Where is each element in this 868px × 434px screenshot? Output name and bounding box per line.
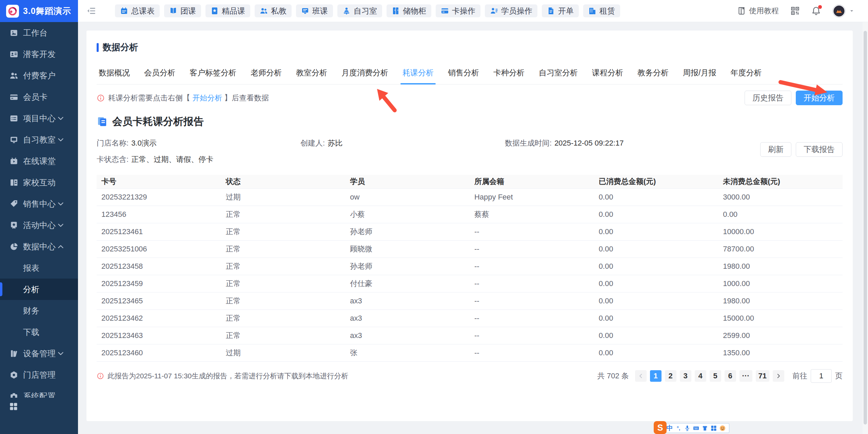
table-row: 2025123465正常ax3--0.001980.00 (97, 293, 843, 310)
sidebar: 3.0舞蹈演示 工作台潜客开发付费客户会员卡项目中心自习教室在线课堂家校互动销售… (0, 0, 78, 434)
refresh-button[interactable]: 刷新 (760, 142, 791, 157)
cell-consumed-total: 0.00 (594, 275, 718, 293)
tab-customer-tags[interactable]: 客户标签分析 (188, 68, 238, 84)
sidebar-item-projects[interactable]: 项目中心 (0, 108, 78, 129)
analysis-tabs: 数据概况会员分析客户标签分析老师分析教室分析月度消费分析耗课分析销售分析卡种分析… (97, 68, 843, 84)
sidebar-item-study-classroom[interactable]: 自习教室 (0, 129, 78, 150)
sidebar-item-member-card[interactable]: 会员卡 (0, 86, 78, 108)
sogou-logo[interactable]: S (654, 421, 667, 434)
nav-locker[interactable]: 储物柜 (387, 4, 431, 17)
page-2[interactable]: 2 (665, 370, 676, 382)
tab-study-room-analysis[interactable]: 自习室分析 (537, 68, 580, 84)
tab-teacher-analysis[interactable]: 老师分析 (249, 68, 284, 84)
nav-card-ops[interactable]: 卡操作 (436, 4, 480, 17)
table-row: 123456正常小蔡蔡蔡0.000.00 (97, 206, 843, 223)
nav-private-coach[interactable]: 私教 (255, 4, 292, 17)
tab-course-analysis[interactable]: 课程分析 (590, 68, 625, 84)
col-membership: 所属会籍 (470, 175, 594, 189)
prev-page-button[interactable] (635, 370, 647, 382)
sidebar-subitem-finance[interactable]: 财务 (0, 300, 78, 321)
sidebar-item-data-center[interactable]: 数据中心 (0, 236, 78, 257)
sidebar-subitem-downloads[interactable]: 下载 (0, 321, 78, 343)
sidebar-item-label: 销售中心 (23, 199, 56, 209)
tab-annual-analysis[interactable]: 年度分析 (728, 68, 764, 84)
goto-page-input[interactable] (811, 369, 832, 383)
sidebar-item-label: 活动中心 (23, 220, 56, 231)
sidebar-item-leads[interactable]: 潜客开发 (0, 43, 78, 65)
cell-student: 顾晓微 (345, 241, 470, 258)
page-1[interactable]: 1 (650, 370, 662, 382)
sidebar-item-online-class[interactable]: 在线课堂 (0, 150, 78, 172)
sidebar-item-activities[interactable]: 活动中心 (0, 214, 78, 236)
ime-mode-toggle[interactable]: 中 (666, 425, 673, 432)
apps-grid-icon[interactable] (9, 402, 18, 411)
next-page-button[interactable] (773, 370, 784, 382)
meta-creator: 创建人:苏比 (300, 138, 342, 148)
nav-premium-course[interactable]: 精品课 (205, 4, 250, 17)
cell-unconsumed-total: 1000.00 (718, 275, 843, 293)
tab-member-analysis[interactable]: 会员分析 (142, 68, 177, 84)
ime-punctuation-toggle[interactable]: °, (675, 425, 682, 432)
cell-student: 孙老师 (345, 223, 470, 241)
page-6[interactable]: 6 (725, 370, 736, 382)
tab-sales-analysis[interactable]: 销售分析 (446, 68, 481, 84)
ime-toolbox-icon[interactable] (710, 425, 717, 432)
sidebar-item-store[interactable]: 门店管理 (0, 364, 78, 385)
ime-skin-icon[interactable] (702, 425, 708, 432)
ime-keyboard-icon[interactable] (693, 425, 699, 432)
cell-card-no: 123456 (97, 206, 221, 223)
alert-start-link[interactable]: 开始分析 (192, 94, 222, 102)
cell-consumed-total: 0.00 (594, 206, 718, 223)
page-3[interactable]: 3 (680, 370, 691, 382)
nav-class-course[interactable]: 班课 (296, 4, 333, 17)
download-report-button[interactable]: 下载报告 (796, 142, 843, 157)
notifications-button[interactable] (811, 6, 821, 16)
cell-status: 正常 (221, 206, 346, 223)
history-report-button[interactable]: 历史报告 (745, 91, 791, 105)
tab-classroom-analysis[interactable]: 教室分析 (294, 68, 329, 84)
activities-icon (9, 221, 18, 230)
caret-down-icon[interactable] (848, 7, 855, 14)
nav-label: 卡操作 (452, 6, 475, 16)
sidebar-item-sales[interactable]: 销售中心 (0, 193, 78, 214)
sidebar-item-family-school[interactable]: 家校互动 (0, 172, 78, 193)
tab-overview[interactable]: 数据概况 (97, 68, 132, 84)
tab-card-type-analysis[interactable]: 卡种分析 (491, 68, 527, 84)
sidebar-item-customers[interactable]: 付费客户 (0, 65, 78, 86)
start-analysis-button[interactable]: 开始分析 (796, 91, 843, 105)
page-5[interactable]: 5 (710, 370, 721, 382)
tab-course-consumption[interactable]: 耗课分析 (400, 68, 436, 84)
nav-group-course[interactable]: 团课 (164, 4, 201, 17)
page-4[interactable]: 4 (695, 370, 706, 382)
sidebar-subitem-reports[interactable]: 报表 (0, 257, 78, 279)
svg-text:S: S (657, 423, 663, 432)
sidebar-item-devices[interactable]: 设备管理 (0, 343, 78, 364)
sidebar-subitem-analysis[interactable]: 分析 (0, 279, 78, 300)
avatar[interactable] (832, 4, 846, 18)
scrollbar-thumb[interactable] (864, 31, 867, 424)
scrollbar[interactable] (863, 22, 868, 434)
tab-weekly-monthly[interactable]: 周报/月报 (681, 68, 718, 84)
ime-mic-icon[interactable] (684, 425, 691, 432)
collapse-sidebar-icon[interactable] (86, 6, 96, 16)
cell-card-no: 2025123465 (97, 293, 221, 310)
cell-membership: -- (470, 258, 594, 275)
cell-student: 小蔡 (345, 206, 470, 223)
ime-toolbar: 中 °, (663, 423, 729, 433)
meta-store: 门店名称:3.0演示 (97, 138, 157, 148)
nav-schedule[interactable]: 总课表 (115, 4, 160, 17)
ime-emoji-icon[interactable] (719, 425, 726, 432)
nav-billing[interactable]: 开单 (542, 4, 579, 17)
tab-academic-analysis[interactable]: 教务分析 (635, 68, 671, 84)
nav-study-room[interactable]: 自习室 (337, 4, 382, 17)
cell-status: 正常 (221, 293, 346, 310)
sidebar-item-workbench[interactable]: 工作台 (0, 22, 78, 43)
nav-student-ops[interactable]: 学员操作 (485, 4, 537, 17)
page-71[interactable]: 71 (756, 370, 769, 382)
cell-student: 张 (345, 344, 470, 362)
page-ellipsis[interactable]: ··· (739, 370, 752, 382)
nav-rental[interactable]: 租赁 (583, 4, 620, 17)
qr-code-icon[interactable] (790, 6, 800, 16)
tutorial-link[interactable]: 使用教程 (737, 6, 779, 16)
tab-monthly-consumption[interactable]: 月度消费分析 (339, 68, 390, 84)
